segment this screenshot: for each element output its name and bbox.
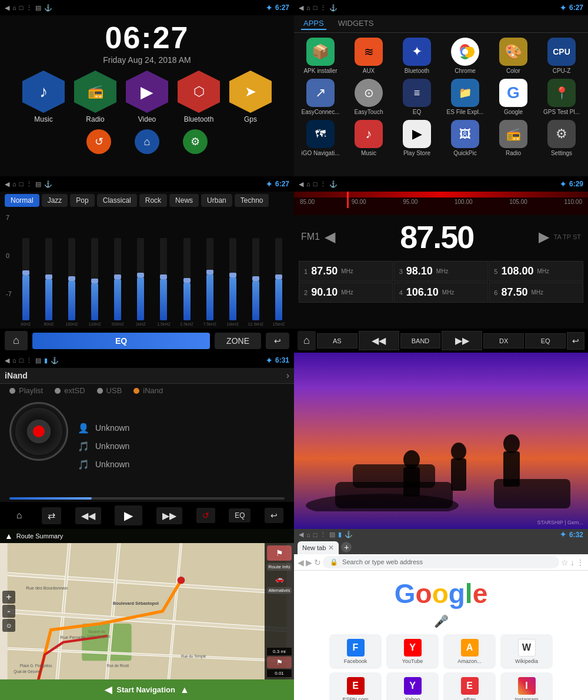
fm-preset-5[interactable]: 5 108.00 MHz — [489, 261, 583, 282]
mp-arrow-icon[interactable]: › — [286, 370, 289, 381]
gps-hex[interactable]: ➤ — [229, 71, 272, 113]
menu-p5[interactable]: ⋮ — [26, 357, 32, 364]
app-quickpic[interactable]: 🖼 QuickPic — [443, 120, 487, 156]
zoom-in-btn[interactable]: + — [2, 591, 15, 604]
shortcut-amazon[interactable]: A Amazon... — [443, 634, 496, 669]
shortcut-wikipedia[interactable]: W Wikipedia — [500, 634, 553, 669]
eq-slider-125khz[interactable]: 12.5kHZ — [245, 238, 266, 326]
preset-rock[interactable]: Rock — [139, 194, 167, 207]
eq-zone-btn[interactable]: ZONE — [215, 333, 261, 349]
track-progress[interactable] — [9, 497, 285, 500]
start-navigation-btn[interactable]: ◀ Start Navigation ▲ — [0, 679, 294, 700]
preset-normal[interactable]: Normal — [5, 194, 39, 207]
back-p8[interactable]: ◀ — [299, 531, 303, 538]
eq-slider-15khz2[interactable]: 15kHZ — [268, 238, 289, 326]
app-eq[interactable]: ≡ EQ — [395, 79, 439, 115]
app-play-store[interactable]: ▶ Play Store — [395, 120, 439, 156]
eq-home-btn[interactable]: ⌂ — [5, 331, 28, 350]
shuffle-btn[interactable]: ⇄ — [42, 507, 61, 524]
app-cpuz[interactable]: CPU CPU-Z — [540, 38, 583, 74]
fm-back-btn[interactable]: ↩ — [567, 332, 584, 350]
shortcut-youtube[interactable]: Y YouTube — [386, 634, 439, 669]
chrome-back-btn[interactable]: ◀ — [298, 558, 304, 567]
eq-slider-1khz[interactable]: 1kHZ — [130, 238, 151, 326]
home-p8[interactable]: ⌂ — [306, 531, 310, 538]
chrome-star-btn[interactable]: ☆ — [561, 558, 569, 567]
compass-btn[interactable]: ⊙ — [2, 619, 15, 632]
preset-jazz[interactable]: Jazz — [42, 194, 68, 207]
eq-label-btn[interactable]: EQ — [32, 333, 210, 349]
bluetooth-app[interactable]: ⬡ Bluetooth — [178, 71, 220, 123]
app-easyconnect[interactable]: ↗ EasyConnec... — [299, 79, 342, 115]
app-easytouch[interactable]: ⊙ EasyTouch — [347, 79, 390, 115]
app-google[interactable]: G Google — [492, 79, 535, 115]
mp-tab-extsd[interactable]: extSD — [55, 386, 85, 395]
new-tab-btn[interactable]: + — [341, 542, 352, 552]
app-igo[interactable]: 🗺 iGO Navigati... — [299, 120, 342, 156]
next-track-btn[interactable]: ▶▶ — [156, 507, 182, 524]
eq-slider-100hz[interactable]: 100HZ — [61, 238, 82, 326]
back-icon-p2[interactable]: ◀ — [299, 4, 303, 12]
app-gps[interactable]: 📍 GPS Test Pl... — [540, 79, 583, 115]
menu-p8[interactable]: ⋮ — [320, 531, 326, 538]
radio-hex[interactable]: 📻 — [74, 71, 116, 113]
play-pause-btn[interactable]: ▶ — [115, 505, 142, 525]
chrome-active-tab[interactable]: New tab ✕ — [298, 541, 339, 554]
fm-preset-1[interactable]: 1 87.50 MHz — [299, 261, 393, 282]
mp-tab-usb[interactable]: USB — [97, 386, 122, 395]
fm-as-btn[interactable]: AS — [317, 333, 358, 349]
app-radio[interactable]: 📻 Radio — [492, 120, 535, 156]
fm-band-btn[interactable]: BAND — [400, 333, 441, 349]
video-app[interactable]: ▶ Video — [126, 71, 168, 123]
eq-back-btn[interactable]: ↩ — [266, 333, 289, 349]
nav-map-area[interactable]: Rue des Bourdonnais Rue Pernelle Rue de … — [0, 543, 294, 679]
repeat-btn[interactable]: ↺ — [196, 508, 215, 523]
back-icon[interactable]: ◀ — [5, 4, 9, 12]
recents-icon-p2[interactable]: □ — [313, 4, 318, 11]
home-icon[interactable]: ⌂ — [12, 4, 16, 11]
mp-back-btn[interactable]: ↩ — [265, 508, 283, 523]
shortcut-yahoo[interactable]: Y Yahoo — [386, 672, 439, 700]
chrome-menu-btn[interactable]: ⋮ — [576, 558, 584, 567]
fm-prev-band-btn[interactable]: ◀◀ — [359, 331, 399, 350]
fm-next-btn[interactable]: ▶ — [539, 229, 549, 245]
shortcut-instagram[interactable]: I Instagram — [500, 672, 553, 700]
eq-slider-10khz[interactable]: 10kHZ — [222, 238, 243, 326]
fm-preset-4[interactable]: 4 106.10 MHz — [394, 282, 489, 303]
eq-slider-500hz[interactable]: 500HZ — [107, 238, 128, 326]
recents-p3[interactable]: □ — [19, 180, 24, 187]
preset-news[interactable]: News — [169, 194, 199, 207]
mp-home-btn[interactable]: ⌂ — [11, 507, 28, 524]
preset-urban[interactable]: Urban — [201, 194, 232, 207]
eq-slider-120hz[interactable]: 120HZ — [84, 238, 105, 326]
fm-prev-btn[interactable]: ◀ — [325, 229, 335, 245]
mp-eq-btn[interactable]: EQ — [229, 508, 250, 523]
prev-track-btn[interactable]: ◀◀ — [75, 507, 101, 524]
menu-icon-p2[interactable]: ⋮ — [320, 4, 326, 12]
app-music[interactable]: ♪ Music — [347, 120, 390, 156]
fm-preset-2[interactable]: 2 90.10 MHz — [299, 282, 393, 303]
eq-slider-80hz[interactable]: 80HZ — [38, 238, 59, 326]
eq-slider-75khz[interactable]: 7.5kHZ — [199, 238, 220, 326]
home-p5[interactable]: ⌂ — [12, 357, 16, 364]
back-p5[interactable]: ◀ — [5, 357, 9, 364]
preset-pop[interactable]: Pop — [70, 194, 94, 207]
zoom-out-btn[interactable]: - — [2, 605, 15, 618]
recents-p5[interactable]: □ — [19, 357, 24, 364]
app-bluetooth[interactable]: ✦ Bluetooth — [395, 38, 439, 74]
eq-slider-15khz[interactable]: 1.5kHZ — [153, 238, 174, 326]
home-btn[interactable]: ⌂ — [135, 129, 159, 154]
alternatives-btn[interactable]: Alternatives — [267, 587, 292, 594]
preset-classical[interactable]: Classical — [97, 194, 137, 207]
shortcut-ebay[interactable]: E eBay — [443, 672, 496, 700]
tab-apps[interactable]: APPS — [301, 18, 326, 30]
fm-preset-6[interactable]: 6 87.50 MHz — [489, 282, 583, 303]
menu-p4[interactable]: ⋮ — [320, 180, 326, 188]
recents-p8[interactable]: □ — [313, 531, 318, 538]
app-color[interactable]: 🎨 Color — [492, 38, 535, 74]
home-p3[interactable]: ⌂ — [12, 180, 16, 187]
chrome-omnibox[interactable]: 🔒 Search or type web address — [323, 556, 559, 568]
route-info-btn[interactable]: Route Info — [267, 563, 292, 571]
fm-home-btn[interactable]: ⌂ — [298, 331, 316, 350]
app-aux[interactable]: ≋ AUX — [347, 38, 390, 74]
